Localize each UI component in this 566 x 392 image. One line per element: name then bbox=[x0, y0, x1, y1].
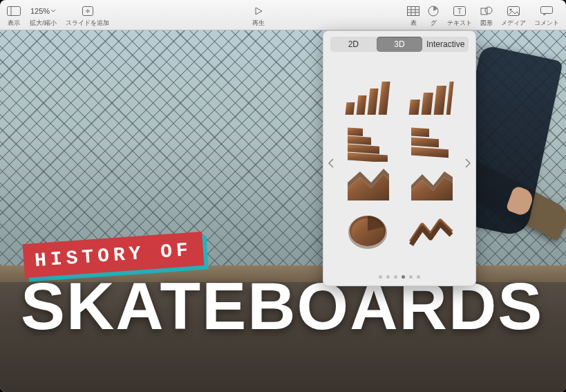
text-button[interactable]: T テキスト bbox=[443, 0, 476, 30]
add-slide-button[interactable]: スライドを追加 bbox=[62, 0, 113, 30]
app-toolbar: 表示 125% 拡大/縮小 スライドを追加 再生 表 グ bbox=[0, 0, 566, 30]
page-dot[interactable] bbox=[409, 275, 413, 279]
page-dot[interactable] bbox=[386, 275, 390, 279]
tab-2d[interactable]: 2D bbox=[330, 37, 377, 52]
3d-stacked-area-chart[interactable] bbox=[402, 167, 460, 206]
svg-rect-30 bbox=[411, 127, 429, 137]
toolbar-label: コメント bbox=[534, 19, 559, 28]
slide-canvas[interactable]: HISTORY OF SKATEBOARDS bbox=[0, 30, 566, 392]
chart-icon bbox=[428, 4, 439, 18]
page-dot[interactable] bbox=[379, 275, 382, 279]
svg-rect-18 bbox=[346, 102, 355, 115]
toolbar-label: メディア bbox=[501, 19, 526, 28]
comment-button[interactable]: コメント bbox=[530, 0, 563, 30]
sidebar-icon bbox=[7, 4, 21, 18]
svg-rect-22 bbox=[409, 100, 420, 115]
zoom-value-icon: 125% bbox=[29, 4, 57, 18]
toolbar-label: 図形 bbox=[480, 19, 493, 28]
toolbar-label: テキスト bbox=[447, 19, 472, 28]
3d-column-chart-icon bbox=[343, 79, 392, 118]
page-dot[interactable] bbox=[417, 275, 420, 279]
svg-rect-17 bbox=[541, 7, 553, 14]
view-button[interactable]: 表示 bbox=[3, 0, 25, 30]
svg-rect-5 bbox=[408, 7, 419, 16]
3d-line-chart-icon bbox=[407, 212, 455, 250]
svg-rect-28 bbox=[348, 144, 379, 153]
table-button[interactable]: 表 bbox=[403, 0, 424, 30]
play-button[interactable]: 再生 bbox=[248, 0, 269, 30]
svg-point-16 bbox=[510, 9, 512, 11]
chart-page-next[interactable] bbox=[460, 158, 475, 171]
toolbar-label: 表示 bbox=[8, 19, 20, 28]
3d-column-chart[interactable] bbox=[339, 79, 397, 118]
3d-stacked-column-chart[interactable] bbox=[402, 79, 460, 118]
svg-rect-24 bbox=[434, 86, 446, 115]
3d-line-chart[interactable] bbox=[402, 212, 460, 250]
chart-type-segmented: 2D 3D Interactive bbox=[330, 37, 469, 52]
3d-stacked-bar-chart[interactable] bbox=[402, 123, 460, 162]
zoom-button[interactable]: 125% 拡大/縮小 bbox=[25, 0, 62, 30]
svg-rect-20 bbox=[368, 88, 379, 115]
chart-page-prev[interactable] bbox=[323, 158, 339, 171]
svg-rect-0 bbox=[8, 7, 21, 16]
chart-popover: 2D 3D Interactive bbox=[323, 30, 476, 286]
toolbar-label: 拡大/縮小 bbox=[30, 19, 57, 28]
svg-text:T: T bbox=[457, 8, 462, 15]
shape-icon bbox=[480, 4, 493, 18]
svg-rect-29 bbox=[348, 152, 388, 162]
3d-pie-chart[interactable] bbox=[339, 212, 397, 250]
svg-rect-32 bbox=[411, 147, 449, 158]
toolbar-label: スライドを追加 bbox=[66, 19, 109, 28]
svg-rect-21 bbox=[379, 82, 390, 115]
3d-bar-chart[interactable] bbox=[339, 123, 397, 162]
svg-rect-19 bbox=[357, 95, 367, 115]
3d-stacked-column-chart-icon bbox=[407, 79, 455, 118]
page-dot[interactable] bbox=[394, 275, 397, 279]
chevron-right-icon bbox=[464, 158, 471, 168]
3d-stacked-bar-chart-icon bbox=[407, 123, 455, 162]
toolbar-label: グ bbox=[431, 19, 437, 28]
comment-icon bbox=[540, 4, 553, 18]
chart-button[interactable]: グ bbox=[424, 0, 443, 30]
tab-interactive[interactable]: Interactive bbox=[422, 37, 469, 52]
shape-button[interactable]: 図形 bbox=[476, 0, 497, 30]
media-icon bbox=[507, 4, 520, 18]
3d-area-chart[interactable] bbox=[339, 167, 397, 206]
3d-pie-chart-icon bbox=[343, 212, 392, 250]
chart-option-grid bbox=[339, 76, 460, 253]
table-icon bbox=[407, 4, 419, 18]
3d-bar-chart-icon bbox=[343, 123, 392, 162]
toolbar-label: 表 bbox=[411, 19, 417, 28]
plus-icon bbox=[81, 4, 95, 18]
svg-point-14 bbox=[485, 7, 492, 14]
svg-rect-31 bbox=[411, 137, 439, 147]
play-icon bbox=[254, 4, 263, 18]
toolbar-label: 再生 bbox=[252, 19, 265, 28]
svg-rect-13 bbox=[481, 8, 487, 15]
3d-area-chart-icon bbox=[343, 167, 392, 206]
svg-rect-27 bbox=[348, 136, 371, 144]
3d-stacked-area-chart-icon bbox=[407, 167, 455, 206]
svg-rect-23 bbox=[422, 93, 433, 115]
media-button[interactable]: メディア bbox=[497, 0, 530, 30]
chevron-left-icon bbox=[328, 158, 334, 168]
text-icon: T bbox=[453, 4, 466, 18]
chart-page-dots bbox=[323, 271, 475, 286]
svg-rect-25 bbox=[446, 82, 454, 115]
tab-3d[interactable]: 3D bbox=[377, 37, 423, 52]
page-dot[interactable] bbox=[402, 275, 405, 279]
svg-rect-26 bbox=[348, 127, 363, 136]
